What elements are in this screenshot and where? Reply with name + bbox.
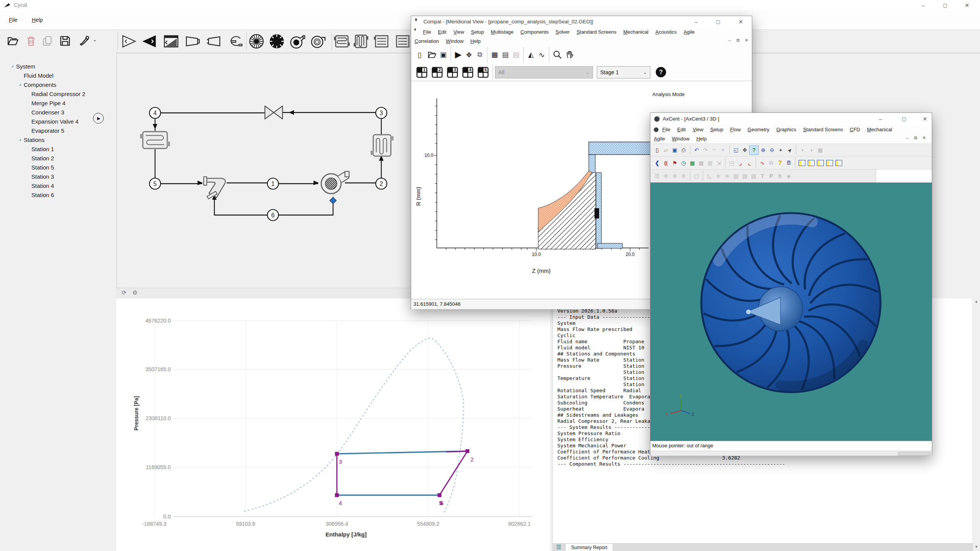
menu-setup[interactable]: Setup — [467, 28, 487, 37]
tree-item-station-2[interactable]: Station 2 — [0, 153, 115, 163]
tree-item-station-4[interactable]: Station 4 — [0, 181, 115, 190]
new-file-icon[interactable]: ▯ — [414, 49, 425, 60]
axcent-resize-strip[interactable] — [650, 451, 932, 456]
menu-acoustics[interactable]: Acoustics — [652, 28, 680, 37]
tree-item-components[interactable]: ›Components — [0, 80, 115, 89]
heat-exchanger-icon[interactable] — [394, 33, 411, 50]
menu-cfd[interactable]: CFD — [846, 125, 864, 134]
centrifugal-blower-icon[interactable] — [309, 33, 326, 50]
tree-item-station-5[interactable]: Station 5 — [0, 163, 115, 172]
menu-view[interactable]: View — [689, 125, 707, 134]
report-scrollbar[interactable]: ▲ ▼ — [973, 298, 980, 551]
open-file-icon[interactable] — [427, 50, 437, 60]
menu-flow[interactable]: Flow — [727, 125, 744, 134]
cycle-schematic[interactable]: 4 3 5 1 2 6 — [116, 54, 411, 287]
maximize-button[interactable]: ▢ — [895, 114, 913, 124]
select-arrow-icon[interactable]: ➤ — [783, 144, 796, 156]
maximize-button[interactable]: ▢ — [936, 0, 954, 10]
save-icon[interactable]: ▣ — [670, 146, 679, 155]
view-layout-4-button[interactable]: 4 — [462, 67, 474, 78]
tree-item-fluid-model[interactable]: Fluid Model — [0, 71, 115, 80]
view-layout-2-button[interactable]: 2 — [431, 67, 443, 78]
view-layout-5-button[interactable]: 5 — [477, 67, 489, 78]
diffuser-icon[interactable] — [184, 33, 201, 50]
condenser-icon[interactable] — [333, 33, 350, 50]
nozzle-icon[interactable] — [205, 33, 222, 50]
zoom-icon[interactable] — [552, 50, 562, 60]
mdi-minimize-button[interactable]: – — [904, 135, 911, 140]
save-file-icon[interactable]: ▣ — [438, 49, 449, 60]
menu-standard-screens[interactable]: Standard Screens — [573, 28, 620, 37]
axial-fan-icon[interactable] — [248, 33, 265, 50]
print-icon[interactable]: ⎙ — [679, 146, 688, 155]
evaporator-coil-icon[interactable] — [353, 33, 369, 50]
plate-heat-exchanger-icon[interactable] — [373, 33, 390, 50]
axial-fan-filled-icon[interactable] — [268, 33, 285, 50]
menu-solver[interactable]: Solver — [552, 28, 573, 37]
batch-run-icon[interactable]: ❖ — [464, 49, 474, 60]
close-button[interactable]: ✕ — [918, 114, 931, 124]
mdi-minimize-button[interactable]: – — [726, 38, 733, 42]
view-layout-3-button[interactable]: 3 — [447, 67, 458, 78]
plot-preset-3-icon[interactable] — [817, 160, 824, 166]
meridional-view-icon[interactable]: ◭ — [526, 49, 536, 60]
vibration-icon[interactable]: (( — [662, 158, 670, 167]
convergence-plot-icon[interactable]: ∿ — [758, 158, 767, 167]
tree-item-evaporator[interactable]: Evaporator 5 — [0, 126, 115, 135]
menu-file[interactable]: File — [420, 28, 434, 37]
scroll-up-icon[interactable]: ▲ — [975, 300, 978, 303]
menu-window[interactable]: Window — [443, 37, 467, 46]
station-nodes[interactable]: 4 3 5 1 2 6 — [150, 108, 387, 221]
open-icon[interactable]: ▱ — [662, 146, 670, 155]
axcent-window[interactable]: AxCent - [AxCent3 / 3D ] – ▢ ✕ FileEditV… — [650, 112, 932, 456]
copy-icon[interactable] — [41, 34, 54, 47]
mdi-restore-button[interactable]: ⧉ — [912, 135, 919, 140]
view-layout-1-button[interactable]: 1 — [416, 67, 428, 78]
menu-multistage[interactable]: Multistage — [487, 28, 517, 37]
tab-summary-report[interactable]: Summary Report — [566, 544, 612, 551]
scroll-down-icon[interactable]: ▼ — [975, 545, 978, 549]
minimize-button[interactable]: – — [915, 0, 932, 10]
run-button[interactable]: ▶ — [93, 113, 104, 124]
undo-icon[interactable]: ↶ — [692, 146, 701, 155]
outlet-icon[interactable] — [141, 33, 158, 50]
compal-titlebar[interactable]: ❜ Compal - [Meridional View - [propane_c… — [411, 16, 752, 28]
menu-window[interactable]: Window — [668, 134, 693, 143]
refresh-icon[interactable]: ⟳ — [122, 289, 127, 296]
zoom-out-icon[interactable]: ⊖ — [768, 146, 776, 155]
mesh-icon[interactable]: ▦ — [688, 158, 697, 167]
blade-edit-icon[interactable]: ❮ — [653, 158, 662, 167]
shrink-icon[interactable]: − — [710, 146, 719, 155]
pan-hand-icon[interactable] — [565, 50, 575, 60]
hub-curve-icon[interactable]: ◞ — [736, 158, 745, 167]
volute-icon[interactable] — [226, 33, 243, 50]
copy-pages-icon[interactable]: ⧉ — [474, 49, 485, 60]
menu-mechanical[interactable]: Mechanical — [864, 125, 896, 134]
close-button[interactable]: ✕ — [958, 0, 976, 10]
grid-view-icon[interactable]: ▦ — [489, 49, 500, 60]
expansion-valve-symbol[interactable] — [265, 106, 283, 119]
inlet-icon[interactable] — [121, 33, 137, 50]
run-icon[interactable]: ▶ — [453, 49, 464, 60]
pan-icon[interactable]: ✥ — [740, 146, 749, 155]
menu-mechanical[interactable]: Mechanical — [620, 28, 652, 37]
menu-help[interactable]: Help — [28, 15, 46, 24]
centrifugal-compressor-icon[interactable] — [289, 33, 306, 50]
menu-agile[interactable]: Agile — [650, 134, 668, 143]
solve-time-icon[interactable]: ◷ — [679, 158, 688, 167]
menu-view[interactable]: View — [450, 28, 467, 37]
menu-help[interactable]: Help — [467, 37, 484, 46]
delete-icon[interactable] — [24, 34, 38, 47]
gear-icon[interactable]: ⚙ — [132, 289, 137, 296]
shroud-curve-icon[interactable]: ◟ — [745, 158, 754, 167]
menu-icon[interactable]: ☰ — [556, 544, 561, 551]
menu-standard-screens[interactable]: Standard Screens — [800, 125, 846, 134]
merge-pipe-symbol[interactable] — [204, 177, 225, 199]
mdi-restore-button[interactable]: ⧉ — [735, 38, 742, 43]
condenser-symbol[interactable] — [140, 132, 170, 148]
component-filter-select[interactable]: All⌄ — [495, 66, 593, 78]
axcent-titlebar[interactable]: AxCent - [AxCent3 / 3D ] – ▢ ✕ — [650, 113, 932, 125]
report-view-icon[interactable]: ▤ — [500, 49, 511, 60]
tree-item-station-1[interactable]: Station 1 — [0, 144, 115, 153]
ph-chart[interactable]: 3 2 4 5 6 4676220.0 3507165.0 2338110.0 … — [116, 298, 550, 551]
